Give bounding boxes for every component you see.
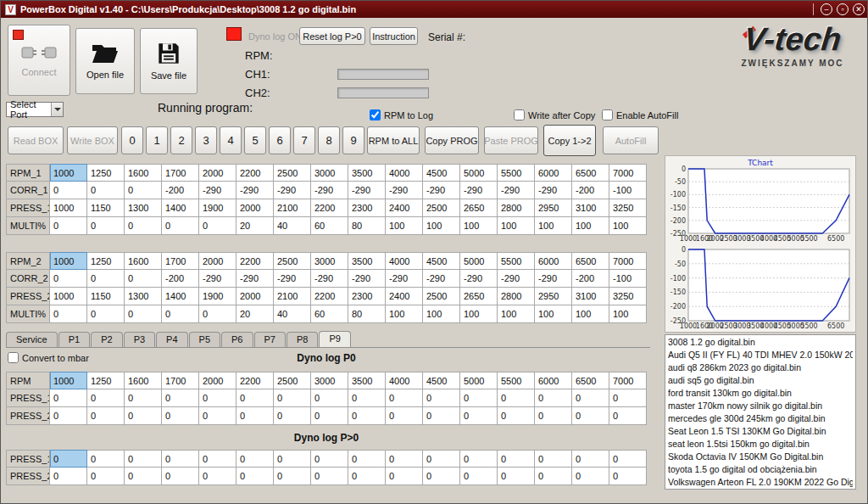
file-list-item[interactable]: Volkswagen Arteon FL 2.0 190KM 2022 Go D…	[668, 476, 853, 489]
table-cell[interactable]: 3100	[572, 288, 609, 305]
table-cell[interactable]: -100	[609, 182, 647, 199]
table-cell[interactable]: 2800	[498, 288, 535, 305]
table-cell[interactable]: 40	[274, 305, 311, 323]
reset-log-button[interactable]: Reset log P>0	[299, 27, 365, 45]
table-cell[interactable]: 0	[274, 407, 311, 425]
table-cell[interactable]: 0	[609, 450, 647, 468]
table-cell[interactable]: 0	[386, 389, 423, 407]
table-cell[interactable]: 0	[162, 468, 199, 485]
table-cell[interactable]: -290	[423, 182, 460, 199]
table-cell[interactable]: 0	[311, 450, 348, 468]
port-select[interactable]: Select Port	[6, 102, 64, 117]
table-cell[interactable]: 4000	[386, 252, 423, 270]
tab-p1[interactable]: P1	[58, 332, 90, 347]
table-cell[interactable]: 20	[236, 305, 274, 323]
table-cell[interactable]: 0	[498, 407, 535, 425]
table-cell[interactable]: 0	[50, 182, 87, 199]
table-cell[interactable]: 0	[236, 389, 274, 407]
digit-button-3[interactable]: 3	[195, 126, 217, 154]
table-cell[interactable]: 0	[125, 217, 162, 235]
table-cell[interactable]: 100	[535, 217, 572, 235]
table-cell[interactable]: 100	[609, 217, 647, 235]
table-cell[interactable]: 0	[609, 407, 647, 425]
table-cell[interactable]: 100	[386, 305, 423, 323]
table-cell[interactable]: 1250	[87, 372, 125, 389]
table-cell[interactable]: 0	[50, 389, 87, 407]
table-cell[interactable]: 0	[125, 389, 162, 407]
table-cell[interactable]: 5000	[460, 372, 498, 389]
table-cell[interactable]: 2000	[199, 372, 236, 389]
table-cell[interactable]: 2500	[274, 372, 311, 389]
enable-autofill-checkbox-input[interactable]	[602, 109, 613, 120]
table-cell[interactable]: 6000	[535, 252, 572, 270]
table-cell[interactable]: -290	[535, 270, 572, 288]
tab-service[interactable]: Service	[6, 332, 58, 347]
table-cell[interactable]: 100	[460, 305, 498, 323]
file-list-item[interactable]: Audi Q5 II (FY FL) 40 TDI MHEV 2.0 150kW…	[668, 349, 853, 361]
table-cell[interactable]: 1400	[162, 199, 199, 217]
table-cell[interactable]: 1300	[125, 288, 162, 305]
table-cell[interactable]: 5500	[498, 252, 535, 270]
table-cell[interactable]: 4000	[386, 372, 423, 389]
table-cell[interactable]: -290	[498, 182, 535, 199]
table-cell[interactable]: 0	[274, 468, 311, 485]
tab-p5[interactable]: P5	[189, 332, 220, 347]
table-cell[interactable]: 0	[274, 389, 311, 407]
table-cell[interactable]: 1900	[199, 288, 236, 305]
digit-button-6[interactable]: 6	[269, 126, 291, 154]
file-list-item[interactable]: audi q8 286km 2023 go digital.bin	[668, 361, 853, 374]
table-cell[interactable]: 100	[423, 217, 460, 235]
table-cell[interactable]: 7000	[609, 252, 647, 270]
table-cell[interactable]: 0	[125, 450, 162, 468]
table-cell[interactable]: 0	[423, 389, 460, 407]
table-cell[interactable]: 0	[125, 468, 162, 485]
maximize-button[interactable]: ▫	[837, 3, 849, 15]
table-cell[interactable]: 1700	[162, 164, 199, 182]
table-cell[interactable]: 20	[236, 217, 274, 235]
table-cell[interactable]: 2300	[348, 288, 386, 305]
table-cell[interactable]: 2100	[274, 288, 311, 305]
file-list-item[interactable]: toyota 1.5 go digital od obciążenia.bin	[668, 463, 853, 476]
table-cell[interactable]: 0	[162, 450, 199, 468]
table-cell[interactable]: 100	[460, 217, 498, 235]
table-cell[interactable]: 2400	[386, 288, 423, 305]
paste-prog-button[interactable]: Paste PROG	[484, 126, 538, 154]
open-file-button[interactable]: Open file	[75, 28, 135, 94]
file-list-item[interactable]: seat leon 1.5tsi 150km go digital.bin	[668, 438, 853, 451]
table-cell[interactable]: 0	[125, 182, 162, 199]
table-cell[interactable]: 4500	[423, 252, 460, 270]
table-cell[interactable]: 6000	[535, 164, 572, 182]
table-cell[interactable]: 6500	[572, 252, 609, 270]
digit-button-5[interactable]: 5	[244, 126, 266, 154]
table-cell[interactable]: 0	[199, 468, 236, 485]
table-cell[interactable]: 0	[162, 389, 199, 407]
table-cell[interactable]: 3000	[311, 252, 348, 270]
table-cell[interactable]: 100	[423, 305, 460, 323]
table-cell[interactable]: 80	[348, 217, 386, 235]
write-after-copy-checkbox[interactable]: Write after Copy	[514, 109, 595, 120]
table-cell[interactable]: -290	[236, 270, 274, 288]
table-cell[interactable]: 0	[348, 389, 386, 407]
table-cell[interactable]: 0	[460, 450, 498, 468]
write-after-copy-checkbox-input[interactable]	[514, 109, 525, 120]
table-cell[interactable]: -200	[162, 270, 199, 288]
tab-p6[interactable]: P6	[221, 332, 253, 347]
table-cell[interactable]: 100	[498, 217, 535, 235]
table-cell[interactable]: 2650	[460, 199, 498, 217]
table-cell[interactable]: 1000	[50, 372, 87, 389]
table-cell[interactable]: 0	[274, 450, 311, 468]
table-cell[interactable]: 0	[125, 305, 162, 323]
table-cell[interactable]: 2000	[236, 288, 274, 305]
table-cell[interactable]: -290	[460, 182, 498, 199]
tab-p9[interactable]: P9	[319, 331, 350, 347]
table-cell[interactable]: 1600	[125, 164, 162, 182]
table-cell[interactable]: 0	[87, 407, 125, 425]
rpm-to-log-checkbox[interactable]: RPM to Log	[370, 109, 433, 120]
table-cell[interactable]: -290	[348, 182, 386, 199]
table-cell[interactable]: 0	[162, 217, 199, 235]
table-cell[interactable]: 1250	[87, 164, 125, 182]
table-cell[interactable]: 5500	[498, 372, 535, 389]
table-cell[interactable]: 2950	[535, 288, 572, 305]
table-cell[interactable]: 3500	[348, 372, 386, 389]
table-cell[interactable]: -290	[386, 182, 423, 199]
